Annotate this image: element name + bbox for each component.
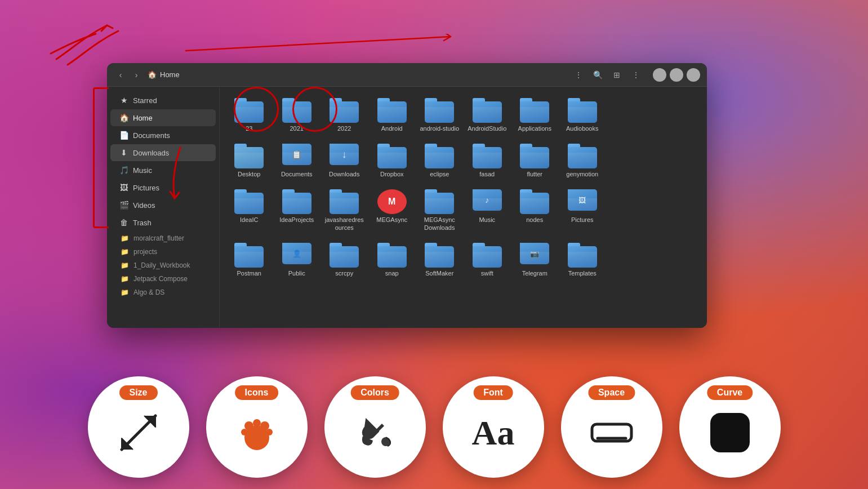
folder-fasad[interactable]: fasad xyxy=(465,139,510,183)
svg-point-3 xyxy=(253,419,261,427)
font-aa-icon: Aa xyxy=(472,413,515,453)
folder-23[interactable]: 23 xyxy=(226,94,272,137)
music-nav-icon: 🎵 xyxy=(119,166,128,175)
sidebar-item-music[interactable]: 🎵 Music xyxy=(110,162,216,179)
svg-point-6 xyxy=(241,429,248,435)
folder-empty6 xyxy=(655,185,701,235)
sidebar-sub-moralcraft[interactable]: 📁 moralcraft_flutter xyxy=(107,232,219,245)
sidebar-item-documents[interactable]: 📄 Documents xyxy=(110,127,216,144)
sidebar-sub-algo[interactable]: 📁 Algo & DS xyxy=(107,286,219,299)
documents-nav-icon: 📄 xyxy=(119,131,128,140)
feature-badge-curve: Curve xyxy=(707,385,753,400)
folder-icon-moralcraft: 📁 xyxy=(121,234,129,242)
feature-curve[interactable]: Curve xyxy=(679,376,781,478)
folder-documents-grid[interactable]: 📋 Documents xyxy=(274,139,320,183)
feature-space[interactable]: Space xyxy=(561,376,662,478)
feature-font[interactable]: Font Aa xyxy=(443,376,544,478)
svg-point-8 xyxy=(260,426,265,432)
search-button[interactable]: 🔍 xyxy=(590,67,606,83)
folder-music-grid[interactable]: ♪ Music xyxy=(465,185,510,235)
folder-name-androidstudio: AndroidStudio xyxy=(468,125,506,132)
sidebar-item-trash[interactable]: 🗑 Trash xyxy=(110,214,216,231)
home-nav-icon: 🏠 xyxy=(119,113,128,122)
folder-androidstudio[interactable]: AndroidStudio xyxy=(465,94,510,137)
folder-downloads-grid[interactable]: ↓ Downloads xyxy=(322,139,367,183)
folder-android[interactable]: Android xyxy=(370,94,415,137)
feature-badge-font: Font xyxy=(473,385,513,400)
folder-softmaker[interactable]: SoftMaker xyxy=(417,238,462,282)
folder-name-ideaprojects: IdeaProjects xyxy=(279,216,314,224)
folder-2022[interactable]: 2022 xyxy=(322,94,367,137)
maximize-button[interactable]: □ xyxy=(670,68,683,82)
sidebar-item-starred[interactable]: ★ Starred xyxy=(110,92,216,109)
folder-pictures-grid[interactable]: 🖼 Pictures xyxy=(560,185,606,235)
folder-icon-postman xyxy=(234,243,264,268)
folder-applications[interactable]: Applications xyxy=(512,94,558,137)
folder-2021[interactable]: 2021 xyxy=(274,94,320,137)
gnome-foot-icon xyxy=(237,412,277,453)
folder-name-audiobooks: Audiobooks xyxy=(566,125,599,132)
folder-audiobooks[interactable]: Audiobooks xyxy=(560,94,606,137)
folder-scrcpy[interactable]: scrcpy xyxy=(322,238,367,282)
more-button[interactable]: ⋮ xyxy=(571,67,586,83)
folder-snap[interactable]: snap xyxy=(370,238,415,282)
forward-button[interactable]: › xyxy=(130,68,143,82)
back-button[interactable]: ‹ xyxy=(114,68,127,82)
folder-name-desktop: Desktop xyxy=(238,171,260,178)
folder-name-snap: snap xyxy=(385,270,399,277)
file-manager-content: ★ Starred 🏠 Home 📄 Documents ⬇ Downloads… xyxy=(107,87,707,328)
sidebar-item-downloads[interactable]: ⬇ Downloads xyxy=(110,144,216,161)
folder-megasync[interactable]: M MEGAsync xyxy=(370,185,415,235)
folder-templates[interactable]: Templates xyxy=(560,238,606,282)
home-icon: 🏠 xyxy=(148,70,157,79)
folder-javashared[interactable]: javasharedresources xyxy=(322,185,367,235)
folder-name-megasync-dl: MEGAsync Downloads xyxy=(420,216,459,231)
folder-icon-eclipse xyxy=(425,144,454,168)
pictures-nav-icon: 🖼 xyxy=(119,183,128,192)
folder-icon-public: 👤 xyxy=(282,243,311,268)
trash-nav-icon: 🗑 xyxy=(119,218,128,227)
feature-badge-icons: Icons xyxy=(235,385,279,400)
folder-postman[interactable]: Postman xyxy=(226,238,272,282)
window-controls: — □ ✕ xyxy=(653,68,700,82)
feature-colors[interactable]: Colors xyxy=(324,376,426,478)
svg-point-5 xyxy=(266,429,273,435)
feature-size[interactable]: Size xyxy=(88,376,189,478)
sidebar-sub-projects[interactable]: 📁 projects xyxy=(107,245,219,259)
folder-name-telegram: Telegram xyxy=(522,270,547,277)
folder-icon-desktop xyxy=(234,144,264,168)
feature-icons[interactable]: Icons xyxy=(206,376,308,478)
sidebar-item-videos[interactable]: 🎬 Videos xyxy=(110,197,216,214)
sidebar-sub-workbook[interactable]: 📁 1_Daily_Workbook xyxy=(107,259,219,272)
folder-nodes[interactable]: nodes xyxy=(512,185,558,235)
options-button[interactable]: ⋮ xyxy=(628,67,644,83)
folder-icon-ideaprojects xyxy=(282,189,311,214)
folder-public[interactable]: 👤 Public xyxy=(274,238,320,282)
minimize-button[interactable]: — xyxy=(653,68,666,82)
sidebar-sub-jetpack[interactable]: 📁 Jetpack Compose xyxy=(107,272,219,286)
title-bar-actions: ⋮ 🔍 ⊞ ⋮ xyxy=(571,67,644,83)
sidebar-label-starred: Starred xyxy=(133,96,157,105)
folder-eclipse[interactable]: eclipse xyxy=(417,139,462,183)
folder-genymotion[interactable]: genymotion xyxy=(560,139,606,183)
folder-telegram[interactable]: 📷 Telegram xyxy=(512,238,558,282)
folder-swift[interactable]: swift xyxy=(465,238,510,282)
view-toggle-button[interactable]: ⊞ xyxy=(609,67,625,83)
folder-flutter[interactable]: flutter xyxy=(512,139,558,183)
folder-megasync-dl[interactable]: MEGAsync Downloads xyxy=(417,185,462,235)
feature-badge-colors: Colors xyxy=(350,385,399,400)
folder-dropbox[interactable]: Dropbox xyxy=(370,139,415,183)
folder-name-pictures-grid: Pictures xyxy=(571,216,594,224)
sidebar-label-home: Home xyxy=(133,114,153,122)
folder-icon-androidstudio xyxy=(473,98,502,123)
folder-ideaprojects[interactable]: IdeaProjects xyxy=(274,185,320,235)
sidebar-item-pictures[interactable]: 🖼 Pictures xyxy=(110,179,216,196)
folder-idealc[interactable]: IdeaIC xyxy=(226,185,272,235)
folder-name-flutter: flutter xyxy=(527,171,542,178)
sidebar-item-home[interactable]: 🏠 Home xyxy=(110,109,216,126)
folder-android-studio[interactable]: android-studio xyxy=(417,94,462,137)
folder-desktop[interactable]: Desktop xyxy=(226,139,272,183)
feature-icon-gnome xyxy=(237,412,277,453)
close-button[interactable]: ✕ xyxy=(687,68,700,82)
sidebar-label-pictures: Pictures xyxy=(133,184,159,192)
